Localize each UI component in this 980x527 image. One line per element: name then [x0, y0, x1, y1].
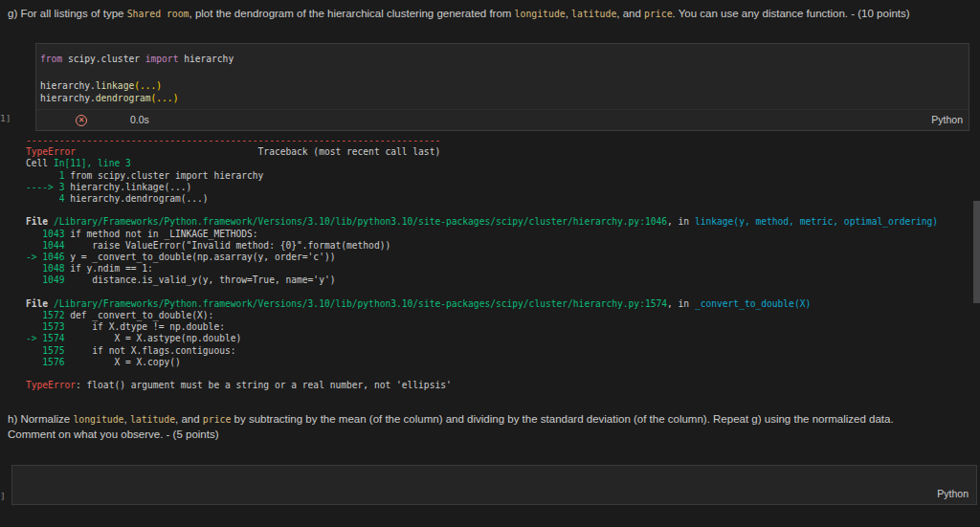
- execution-duration: 0.0s: [130, 114, 149, 125]
- error-circle-x-icon: [76, 115, 87, 126]
- notebook-page: g) For all listings of type Shared room,…: [0, 0, 980, 527]
- markdown-question-h-line2: Comment on what you observe. - (5 points…: [8, 428, 894, 442]
- markdown-question-h: h) Normalize longitude, latitude, and pr…: [8, 412, 894, 441]
- markdown-question-h-line1: h) Normalize longitude, latitude, and pr…: [8, 412, 894, 428]
- execution-count-gutter: 1]: [0, 113, 11, 123]
- code-cell: from scipy.cluster import hierarchy hier…: [35, 43, 969, 131]
- error-traceback-output: ----------------------------------------…: [26, 135, 938, 391]
- vertical-scrollbar-thumb[interactable]: [973, 201, 980, 303]
- markdown-question-g: g) For all listings of type Shared room,…: [8, 7, 910, 22]
- empty-code-cell-editor[interactable]: Python: [11, 465, 977, 505]
- cell-language-label-2[interactable]: Python: [937, 488, 969, 499]
- code-editor[interactable]: from scipy.cluster import hierarchy hier…: [40, 44, 969, 105]
- cell-language-label[interactable]: Python: [931, 114, 963, 125]
- cell-status-bar: 0.0s Python: [36, 109, 969, 130]
- execution-count-gutter-2: ]: [0, 491, 6, 501]
